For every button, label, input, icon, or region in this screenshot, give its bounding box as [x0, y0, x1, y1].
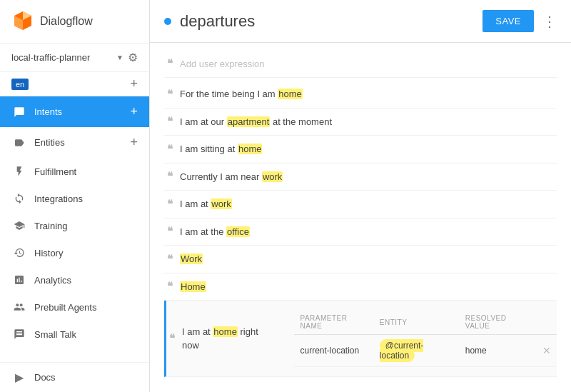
analytics-icon [11, 274, 27, 286]
prebuilt-agents-label: Prebuilt Agents [34, 302, 96, 313]
quote-icon: ❝ [167, 88, 173, 101]
entity-cell: @current-location [374, 335, 460, 367]
entity-chip[interactable]: @current-location [380, 339, 424, 362]
quote-icon: ❝ [167, 57, 173, 70]
quote-icon: ❝ [167, 253, 173, 266]
quote-icon: ❝ [167, 115, 173, 128]
entities-icon [11, 137, 27, 149]
more-options-icon[interactable]: ⋮ [542, 13, 557, 30]
agent-selector[interactable]: local-traffic-planner ▼ ⚙ [0, 44, 149, 72]
agent-settings-icon[interactable]: ⚙ [128, 51, 138, 64]
highlight: home [213, 326, 238, 337]
add-language-icon[interactable]: + [130, 76, 138, 91]
parameter-table: PARAMETER NAME ENTITY RESOLVED VALUE cur… [294, 310, 557, 367]
highlight: Work [180, 253, 203, 264]
quote-icon: ❝ [169, 332, 175, 345]
entities-label: Entities [34, 137, 65, 148]
expression-row[interactable]: ❝ Home [164, 273, 557, 301]
expressions-list: ❝ Add user expression ❝ For the time bei… [150, 43, 571, 392]
expression-text: Work [180, 252, 203, 266]
training-icon [11, 220, 27, 231]
small-talk-label: Small Talk [34, 329, 76, 340]
intents-icon [11, 106, 27, 118]
language-badge[interactable]: en [11, 79, 29, 90]
highlight: home [238, 144, 263, 154]
delete-param-icon[interactable]: ✕ [542, 345, 551, 356]
integrations-label: Integrations [34, 194, 83, 204]
expression-row[interactable]: ❝ I am at our apartment at the moment [164, 109, 557, 136]
fulfillment-label: Fulfillment [34, 166, 76, 177]
sidebar-item-entities[interactable]: Entities + [0, 127, 149, 158]
dialogflow-logo-icon [11, 10, 34, 33]
param-name-header: PARAMETER NAME [294, 310, 373, 335]
history-icon [11, 247, 27, 258]
docs-label: Docs [34, 372, 56, 383]
highlight: work [262, 171, 283, 182]
sidebar-item-docs[interactable]: ▶ Docs [0, 362, 149, 392]
resolved-value-cell: home [460, 335, 535, 367]
highlight: apartment [227, 116, 271, 127]
page-header: departures SAVE ⋮ [150, 0, 571, 43]
sidebar-item-history[interactable]: History [0, 239, 149, 266]
active-expression-row[interactable]: ❝ I am at home right now PARAMETER NAME … [164, 301, 557, 377]
docs-icon: ▶ [11, 371, 27, 384]
sidebar-item-integrations[interactable]: Integrations [0, 185, 149, 212]
parameter-table-container: PARAMETER NAME ENTITY RESOLVED VALUE cur… [294, 310, 557, 367]
add-expression-row[interactable]: ❝ Add user expression [164, 50, 557, 78]
sidebar-item-prebuilt-agents[interactable]: Prebuilt Agents [0, 293, 149, 321]
save-button[interactable]: SAVE [482, 10, 534, 32]
agent-name: local-traffic-planner [11, 52, 116, 63]
entity-header: ENTITY [374, 310, 460, 335]
intents-label: Intents [34, 106, 62, 117]
expression-text: I am sitting at home [180, 142, 262, 156]
expression-text: I am at the office [180, 225, 250, 239]
sidebar-item-small-talk[interactable]: Small Talk [0, 321, 149, 348]
expression-row[interactable]: ❝ I am sitting at home [164, 136, 557, 164]
expression-text: I am at work [180, 197, 232, 211]
expression-text: Home [180, 280, 206, 294]
expression-row[interactable]: ❝ Work [164, 246, 557, 273]
sidebar-logo: Dialogflow [0, 0, 149, 44]
analytics-label: Analytics [34, 275, 71, 286]
active-expression-text: I am at home right now [182, 325, 273, 353]
integrations-icon [11, 193, 27, 204]
delete-param-cell: ✕ [535, 335, 557, 367]
quote-icon: ❝ [167, 170, 173, 183]
sidebar-item-analytics[interactable]: Analytics [0, 266, 149, 293]
highlight: Home [180, 281, 206, 292]
agent-dropdown-icon: ▼ [116, 54, 123, 61]
expression-row[interactable]: ❝ Currently I am near work [164, 164, 557, 191]
sidebar-nav: Intents + Entities + Fulfillment Integra… [0, 96, 149, 362]
prebuilt-agents-icon [11, 301, 27, 313]
main-content: departures SAVE ⋮ ❝ Add user expression … [150, 0, 571, 392]
add-entity-icon[interactable]: + [130, 135, 138, 150]
fulfillment-icon [11, 166, 27, 177]
highlight: office [226, 226, 250, 237]
sidebar-item-training[interactable]: Training [0, 212, 149, 239]
sidebar-item-intents[interactable]: Intents + [0, 96, 149, 127]
sidebar: Dialogflow local-traffic-planner ▼ ⚙ en … [0, 0, 150, 392]
language-row: en + [0, 72, 149, 96]
param-row: current-location @current-location home … [294, 335, 557, 367]
app-title: Dialogflow [40, 15, 93, 28]
resolved-value-header: RESOLVED VALUE [460, 310, 535, 335]
add-intent-icon[interactable]: + [130, 104, 138, 119]
highlight: work [211, 198, 231, 209]
quote-icon: ❝ [167, 225, 173, 238]
status-dot [164, 18, 171, 25]
training-label: Training [34, 221, 67, 231]
history-label: History [34, 248, 63, 258]
small-talk-icon [11, 328, 27, 340]
page-title: departures [180, 12, 482, 31]
expression-row[interactable]: ❝ I am at work [164, 191, 557, 218]
param-name-cell: current-location [294, 335, 373, 367]
sidebar-item-fulfillment[interactable]: Fulfillment [0, 158, 149, 185]
highlight: home [278, 89, 303, 99]
expression-row[interactable]: ❝ I am at the office [164, 218, 557, 246]
quote-icon: ❝ [167, 143, 173, 156]
add-expression-placeholder: Add user expression [180, 59, 557, 69]
quote-icon: ❝ [167, 198, 173, 211]
expression-row[interactable]: ❝ For the time being I am home [164, 81, 557, 109]
expression-text: I am at our apartment at the moment [180, 115, 332, 129]
expression-text: Currently I am near work [180, 170, 283, 184]
